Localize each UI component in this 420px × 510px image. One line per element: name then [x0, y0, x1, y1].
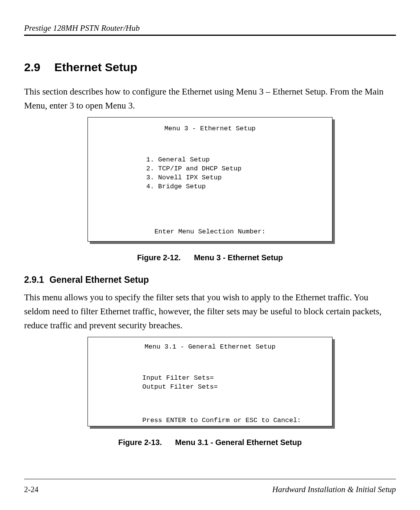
menu3-title: Menu 3 - Ethernet Setup [96, 124, 324, 133]
subsection-title: General Ethernet Setup [49, 275, 149, 285]
page-number: 2-24 [24, 485, 38, 494]
figure-13-caption: Figure 2-13. Menu 3.1 - General Ethernet… [24, 438, 396, 447]
subsection-heading: 2.9.1 General Ethernet Setup [24, 275, 396, 285]
menu3-prompt: Enter Menu Selection Number: [96, 228, 324, 237]
terminal-menu-3-1: Menu 3.1 - General Ethernet Setup Input … [88, 337, 332, 426]
section-heading: 2.9 Ethernet Setup [24, 61, 396, 74]
document-page: Prestige 128MH PSTN Router/Hub 2.9 Ether… [0, 0, 420, 510]
menu31-field-2: Output Filter Sets= [96, 383, 324, 392]
footer: 2-24 Hardward Installation & Initial Set… [24, 485, 396, 494]
figure-12-wrap: Menu 3 - Ethernet Setup 1. General Setup… [24, 117, 396, 242]
section-intro: This section describes how to configure … [24, 85, 396, 112]
menu31-title: Menu 3.1 - General Ethernet Setup [96, 343, 324, 352]
footer-title: Hardward Installation & Initial Setup [272, 485, 396, 494]
footer-rule [24, 479, 396, 479]
menu3-item-2: 2. TCP/IP and DHCP Setup [96, 165, 324, 174]
section-number: 2.9 [24, 61, 40, 74]
figure-13-wrap: Menu 3.1 - General Ethernet Setup Input … [24, 337, 396, 426]
subsection-body: This menu allows you to specify the filt… [24, 291, 396, 332]
menu31-prompt: Press ENTER to Confirm or ESC to Cancel: [96, 416, 324, 425]
menu3-item-4: 4. Bridge Setup [96, 182, 324, 191]
section-title: Ethernet Setup [54, 61, 137, 74]
figure-13-text: Menu 3.1 - General Ethernet Setup [175, 438, 302, 447]
menu31-field-1: Input Filter Sets= [96, 374, 324, 383]
figure-12-text: Menu 3 - Ethernet Setup [194, 253, 283, 262]
terminal-menu-3: Menu 3 - Ethernet Setup 1. General Setup… [88, 117, 332, 242]
menu3-item-3: 3. Novell IPX Setup [96, 174, 324, 182]
figure-12-caption: Figure 2-12. Menu 3 - Ethernet Setup [24, 253, 396, 262]
running-head: Prestige 128MH PSTN Router/Hub [24, 23, 396, 35]
menu3-item-1: 1. General Setup [96, 156, 324, 165]
figure-13-label: Figure 2-13. [118, 438, 162, 447]
subsection-number: 2.9.1 [24, 275, 44, 285]
figure-12-label: Figure 2-12. [137, 253, 180, 262]
